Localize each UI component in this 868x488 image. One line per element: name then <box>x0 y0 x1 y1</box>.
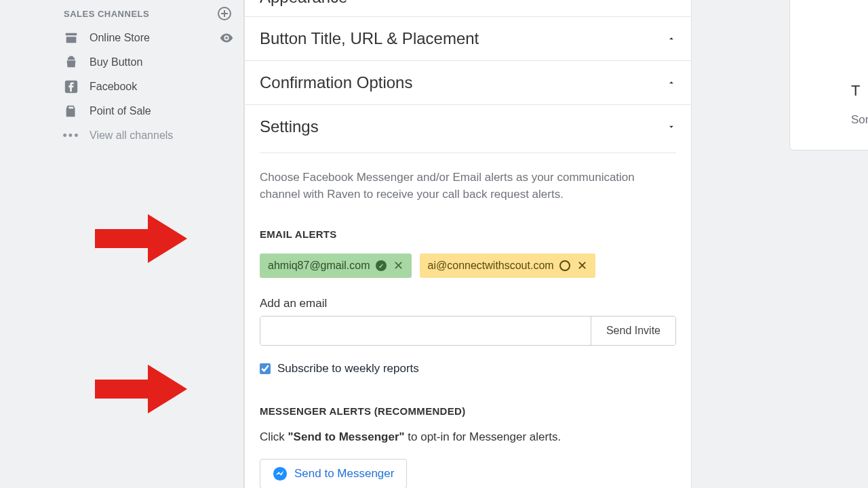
section-header-settings[interactable]: Settings <box>245 105 691 148</box>
pending-icon <box>559 260 570 271</box>
verified-icon: ✓ <box>376 260 387 271</box>
email-chip-text: ahmiq87@gmail.com <box>268 260 370 272</box>
right-card-sub: Som <box>851 113 868 127</box>
sidebar-item-label: Buy Button <box>90 56 234 68</box>
visibility-icon[interactable] <box>219 30 234 45</box>
email-chip-pending: ai@connectwithscout.com ✕ <box>420 253 595 278</box>
sales-channels-heading: SALES CHANNELS <box>64 9 149 19</box>
subscribe-row[interactable]: Subscribe to weekly reports <box>260 362 676 375</box>
annotation-arrow <box>95 214 190 263</box>
email-chip-verified: ahmiq87@gmail.com ✓ ✕ <box>260 253 412 278</box>
chevron-down-icon <box>667 122 676 131</box>
sidebar-item-online-store[interactable]: Online Store <box>54 26 243 50</box>
section-header-button-title[interactable]: Button Title, URL & Placement <box>245 17 691 60</box>
chevron-up-icon <box>667 34 676 43</box>
section-appearance: Appearance <box>245 0 691 17</box>
store-icon <box>64 30 79 45</box>
send-to-messenger-label: Send to Messenger <box>294 467 394 481</box>
more-icon: ••• <box>64 128 79 143</box>
section-confirmation: Confirmation Options <box>245 61 691 105</box>
sidebar-item-label: Online Store <box>90 32 208 44</box>
add-channel-icon[interactable] <box>218 7 231 20</box>
settings-description: Choose Facebook Messenger and/or Email a… <box>260 169 676 203</box>
section-header-appearance[interactable]: Appearance <box>245 0 691 16</box>
sidebar-header: SALES CHANNELS <box>54 0 243 26</box>
messenger-instruction: Click "Send to Messenger" to opt-in for … <box>260 430 676 444</box>
divider <box>260 152 676 153</box>
annotation-arrow <box>95 365 190 413</box>
subscribe-label: Subscribe to weekly reports <box>277 362 419 375</box>
sidebar-item-point-of-sale[interactable]: Point of Sale <box>54 99 243 123</box>
sidebar-item-label: View all channels <box>90 129 234 142</box>
messenger-icon <box>273 466 288 481</box>
email-chip-text: ai@connectwithscout.com <box>428 260 554 272</box>
messenger-alerts-heading: MESSENGER ALERTS (RECOMMENDED) <box>260 405 676 417</box>
section-title: Settings <box>260 117 319 136</box>
facebook-icon <box>64 79 79 94</box>
sidebar-item-facebook[interactable]: Facebook <box>54 75 243 99</box>
section-title: Button Title, URL & Placement <box>260 29 479 48</box>
section-settings: Settings Choose Facebook Messenger and/o… <box>245 105 691 488</box>
send-invite-button[interactable]: Send Invite <box>591 317 675 345</box>
sidebar-item-label: Point of Sale <box>90 105 234 117</box>
send-to-messenger-button[interactable]: Send to Messenger <box>260 459 407 488</box>
section-title: Confirmation Options <box>260 73 412 92</box>
sidebar-item-view-all[interactable]: ••• View all channels <box>54 123 243 148</box>
pos-icon <box>64 104 79 119</box>
email-chip-list: ahmiq87@gmail.com ✓ ✕ ai@connectwithscou… <box>260 253 676 278</box>
buy-button-icon <box>64 55 79 70</box>
add-email-row: Send Invite <box>260 316 676 346</box>
section-button-title: Button Title, URL & Placement <box>245 17 691 61</box>
right-side-card: T Som <box>789 0 868 150</box>
subscribe-checkbox[interactable] <box>260 363 271 374</box>
right-card-title: T <box>851 82 868 100</box>
section-header-confirmation[interactable]: Confirmation Options <box>245 61 691 104</box>
add-email-input[interactable] <box>260 317 591 345</box>
email-alerts-heading: EMAIL ALERTS <box>260 228 676 240</box>
remove-email-icon[interactable]: ✕ <box>576 258 589 273</box>
sidebar-item-buy-button[interactable]: Buy Button <box>54 50 243 75</box>
section-title: Appearance <box>260 0 347 7</box>
add-email-label: Add an email <box>260 297 676 310</box>
chevron-up-icon <box>667 78 676 87</box>
remove-email-icon[interactable]: ✕ <box>392 258 405 273</box>
main-panel: Appearance Button Title, URL & Placement… <box>244 0 692 488</box>
sidebar-item-label: Facebook <box>90 81 234 93</box>
settings-body: Choose Facebook Messenger and/or Email a… <box>245 148 691 488</box>
